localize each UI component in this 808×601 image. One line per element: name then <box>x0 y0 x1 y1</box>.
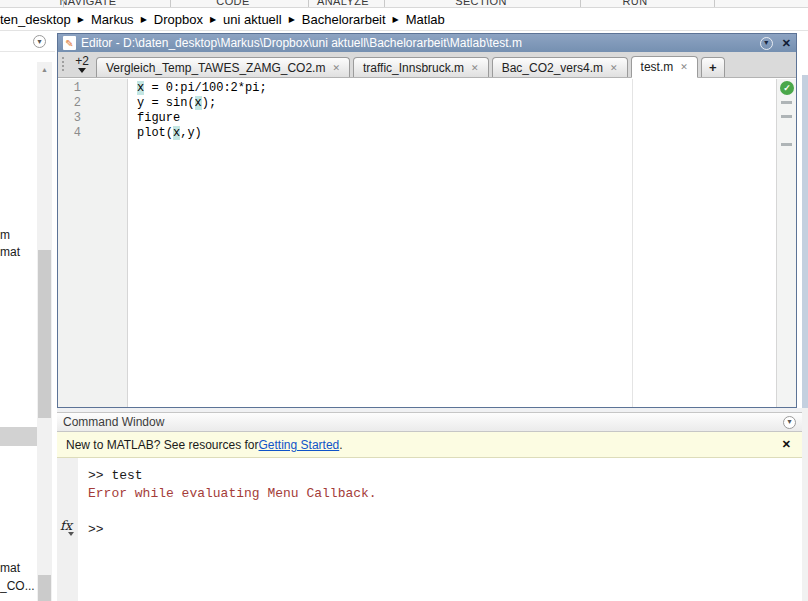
ribbon-section-code: CODE <box>216 0 249 7</box>
occurrence-marker[interactable] <box>781 101 792 104</box>
toolstrip: NAVIGATE CODE ANALYZE SECTION RUN <box>0 0 808 8</box>
command-blank-line <box>88 503 808 521</box>
ribbon-section-run: RUN <box>622 0 647 7</box>
ribbon-divider <box>714 0 715 8</box>
scrollbar[interactable]: ▲ <box>37 62 52 601</box>
ribbon-divider <box>580 0 581 8</box>
code-line: plot(x,y) <box>137 126 776 141</box>
tab-label: test.m <box>641 60 674 74</box>
code-ok-icon[interactable]: ✓ <box>780 81 794 95</box>
code-line: y = sin(x); <box>137 96 776 111</box>
breadcrumb-item-uni-aktuell[interactable]: uni aktuell <box>223 12 282 27</box>
tab-close-icon[interactable]: ✕ <box>332 63 340 73</box>
line-number: 1 <box>58 81 127 96</box>
panel-menu-icon[interactable]: ▾ <box>33 35 46 48</box>
editor-body: 1 2 3 4 x = 0:pi/100:2*pi; y = sin(x); f… <box>58 79 796 407</box>
occurrence-marker[interactable] <box>781 115 792 118</box>
code-line: figure <box>137 111 776 126</box>
code-analyzer-bar: ✓ <box>776 79 796 407</box>
editor-menu-icon[interactable]: ▾ <box>760 37 773 50</box>
breadcrumb-separator-icon: ▶ <box>141 15 147 24</box>
fx-label: fx <box>60 518 72 533</box>
tabstrip-grip-icon <box>62 57 64 72</box>
file-list-item[interactable]: mat <box>0 561 20 575</box>
ribbon-divider <box>63 0 64 8</box>
command-prompt: >> <box>88 521 808 539</box>
ribbon-section-analyze: ANALYZE <box>317 0 369 7</box>
fx-dropdown-icon <box>68 532 74 536</box>
editor-tabstrip: +2 Vergleich_Temp_TAWES_ZAMG_CO2.m ✕ tra… <box>58 52 796 78</box>
current-folder-panel: ▾ m mat mat _CO... ▲ <box>0 31 55 601</box>
right-docked-window-edge <box>802 408 808 601</box>
tab-label: Bac_CO2_vers4.m <box>502 61 603 75</box>
tab-close-icon[interactable]: ✕ <box>610 63 618 73</box>
current-folder-header: ▾ <box>0 31 55 52</box>
matlab-desktop: NAVIGATE CODE ANALYZE SECTION RUN ten_de… <box>0 0 808 601</box>
tab-label: Vergleich_Temp_TAWES_ZAMG_CO2.m <box>106 61 325 75</box>
ribbon-section-navigate: NAVIGATE <box>59 0 116 7</box>
editor-window: ✎ Editor - D:\daten_desktop\Markus\Dropb… <box>57 33 797 408</box>
getting-started-banner: New to MATLAB? See resources for Getting… <box>57 432 808 458</box>
command-window-body: fx >> test Error while evaluating Menu C… <box>57 458 808 601</box>
tab-label: traffic_Innsbruck.m <box>363 61 464 75</box>
scrollbar-thumb[interactable] <box>38 250 51 418</box>
scroll-up-icon[interactable]: ▲ <box>37 62 52 78</box>
command-input-line: >> test <box>88 467 808 485</box>
tab-vergleich-temp-tawes-zamg-co2[interactable]: Vergleich_Temp_TAWES_ZAMG_CO2.m ✕ <box>96 57 350 77</box>
ribbon-divider <box>308 0 309 8</box>
code-text: = 0:pi/100:2*pi; <box>144 81 266 95</box>
command-window: Command Window ▾ New to MATLAB? See reso… <box>57 412 808 601</box>
file-list-item[interactable]: mat <box>0 245 20 259</box>
new-tab-button[interactable]: + <box>701 57 725 77</box>
right-docked-window-edge <box>802 75 808 408</box>
code-text: plot( <box>137 126 173 140</box>
code-text: figure <box>137 111 180 125</box>
scrollbar-thumb[interactable] <box>38 575 51 601</box>
command-error-line: Error while evaluating Menu Callback. <box>88 485 808 503</box>
tab-overflow-count: +2 <box>75 54 89 68</box>
code-text: ,y) <box>180 126 202 140</box>
editor-close-icon[interactable]: ✕ <box>782 37 791 50</box>
tab-traffic-innsbruck[interactable]: traffic_Innsbruck.m ✕ <box>353 57 489 77</box>
breadcrumb-item-matlab[interactable]: Matlab <box>406 12 445 27</box>
tab-overflow-button[interactable]: +2 <box>68 51 96 77</box>
ribbon-section-section: SECTION <box>455 0 507 7</box>
getting-started-link[interactable]: Getting Started <box>259 438 340 452</box>
tab-close-icon[interactable]: ✕ <box>471 63 479 73</box>
editor-pencil-icon: ✎ <box>63 36 76 50</box>
line-number-gutter: 1 2 3 4 <box>58 79 128 407</box>
plus-icon: + <box>709 60 717 75</box>
code-text: y = sin( <box>137 96 195 110</box>
tab-bac-co2-vers4[interactable]: Bac_CO2_vers4.m ✕ <box>492 57 628 77</box>
breadcrumb-separator-icon: ▶ <box>210 15 216 24</box>
editor-window-title: Editor - D:\daten_desktop\Markus\Dropbox… <box>81 36 755 50</box>
tab-test-m[interactable]: test.m ✕ <box>631 56 698 78</box>
file-list-item[interactable]: m <box>0 228 10 242</box>
banner-close-icon[interactable]: ✕ <box>782 438 791 451</box>
command-gutter: fx <box>57 458 78 601</box>
line-number: 2 <box>58 96 127 111</box>
column-limit-line <box>632 79 633 407</box>
occurrence-marker[interactable] <box>781 143 792 146</box>
code-line: x = 0:pi/100:2*pi; <box>137 81 776 96</box>
breadcrumb-separator-icon: ▶ <box>393 15 399 24</box>
breadcrumb-separator-icon: ▶ <box>289 15 295 24</box>
banner-text: New to MATLAB? See resources for <box>66 438 259 452</box>
code-editor[interactable]: x = 0:pi/100:2*pi; y = sin(x); figure pl… <box>128 79 776 407</box>
command-window-title: Command Window <box>63 415 164 429</box>
editor-titlebar: ✎ Editor - D:\daten_desktop\Markus\Dropb… <box>58 34 796 52</box>
breadcrumb-item-dropbox[interactable]: Dropbox <box>154 12 203 27</box>
breadcrumb-item-daten-desktop[interactable]: ten_desktop <box>0 12 71 27</box>
breadcrumb: ten_desktop ▶ Markus ▶ Dropbox ▶ uni akt… <box>0 8 808 31</box>
ribbon-divider <box>170 0 171 8</box>
breadcrumb-item-bachelorarbeit[interactable]: Bachelorarbeit <box>302 12 386 27</box>
command-window-menu-icon[interactable]: ▾ <box>783 416 796 429</box>
code-text: ); <box>202 96 216 110</box>
fx-function-hints-button[interactable]: fx <box>60 518 72 533</box>
command-input-area[interactable]: >> test Error while evaluating Menu Call… <box>78 458 808 601</box>
overflow-dropdown-icon <box>78 68 86 73</box>
highlighted-variable: x <box>195 96 202 110</box>
breadcrumb-item-markus[interactable]: Markus <box>91 12 134 27</box>
tab-close-icon[interactable]: ✕ <box>680 62 688 72</box>
file-list-item[interactable]: _CO... <box>0 579 35 593</box>
